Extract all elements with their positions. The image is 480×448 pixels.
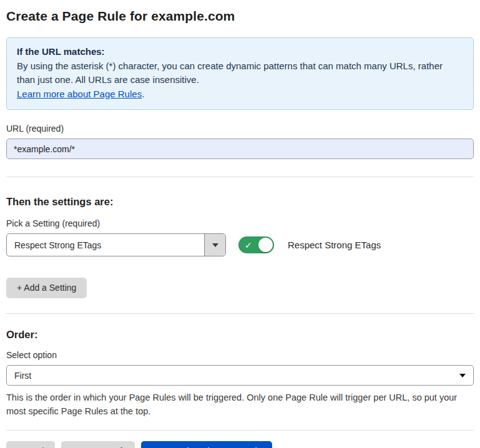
url-label: URL (required) — [6, 124, 474, 134]
page-rule-form: Create a Page Rule for example.com If th… — [0, 0, 480, 448]
toggle-knob — [258, 238, 273, 252]
toggle-wrap: ✓ Respect Strong ETags — [238, 236, 381, 253]
info-link-suffix: . — [142, 89, 144, 99]
chevron-down-icon — [459, 374, 466, 377]
info-box: If the URL matches: By using the asteris… — [6, 37, 474, 110]
save-draft-button[interactable]: Save as Draft — [61, 441, 135, 448]
learn-more-link[interactable]: Learn more about Page Rules — [17, 89, 142, 99]
toggle-label: Respect Strong ETags — [288, 240, 381, 250]
order-select[interactable]: First — [6, 365, 474, 386]
add-setting-button[interactable]: + Add a Setting — [6, 278, 87, 298]
order-label: Select option — [6, 350, 474, 360]
settings-heading: Then the settings are: — [6, 195, 474, 208]
section-divider — [6, 177, 474, 177]
setting-select-value: Respect Strong ETags — [7, 240, 101, 250]
pick-setting-label: Pick a Setting (required) — [6, 218, 474, 228]
info-box-body: By using the asterisk (*) character, you… — [17, 59, 463, 87]
info-box-heading: If the URL matches: — [17, 45, 463, 59]
setting-select[interactable]: Respect Strong ETags — [6, 233, 226, 256]
order-heading: Order: — [6, 328, 474, 341]
setting-row: Respect Strong ETags ✓ Respect Strong ET… — [6, 233, 474, 256]
chevron-down-icon — [212, 243, 218, 247]
setting-select-arrow-button[interactable] — [204, 234, 225, 256]
etags-toggle[interactable]: ✓ — [238, 236, 274, 253]
save-deploy-button[interactable]: Save and Deploy Page Rule — [141, 441, 272, 448]
action-buttons: Cancel Save as Draft Save and Deploy Pag… — [6, 441, 474, 448]
check-icon: ✓ — [245, 240, 252, 249]
order-select-value: First — [14, 371, 31, 381]
footer-divider — [6, 430, 474, 431]
info-link-row: Learn more about Page Rules. — [17, 87, 463, 102]
page-title: Create a Page Rule for example.com — [6, 7, 474, 25]
section-divider — [6, 313, 474, 314]
url-input[interactable] — [6, 139, 474, 159]
order-help-text: This is the order in which your Page Rul… — [6, 391, 471, 419]
cancel-button[interactable]: Cancel — [6, 441, 55, 448]
